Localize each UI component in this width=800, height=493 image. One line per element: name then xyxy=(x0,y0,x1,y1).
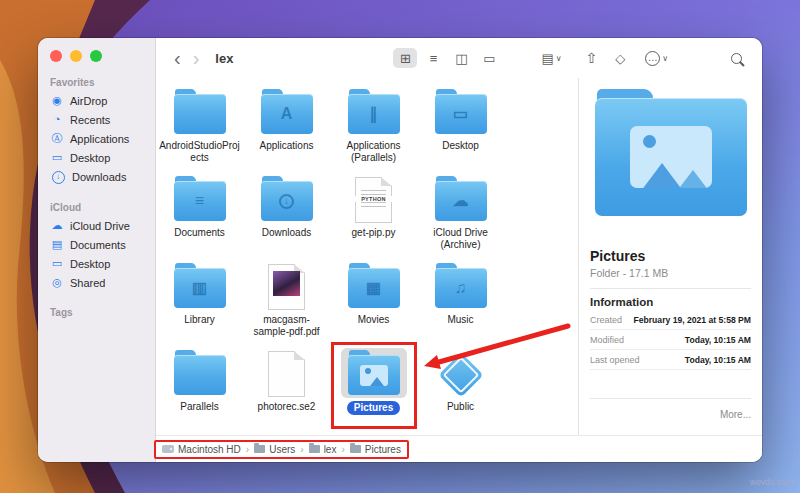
path-item-macintosh-hd[interactable]: Macintosh HD xyxy=(162,444,241,455)
sidebar-item-icloud-drive[interactable]: ☁ iCloud Drive xyxy=(38,216,155,235)
path-item-users[interactable]: Users xyxy=(254,444,295,455)
more-options-button[interactable]: … ∨ xyxy=(645,51,668,66)
file-item-androidstudioprojects[interactable]: AndroidStudioProjects xyxy=(156,84,243,171)
divider xyxy=(590,398,751,399)
information-heading: Information xyxy=(590,296,751,308)
file-label: Applications xyxy=(260,140,314,152)
desktop-folder-icon: ▭ xyxy=(428,87,494,137)
file-label: Library xyxy=(184,314,215,326)
sidebar-item-airdrop[interactable]: ◉ AirDrop xyxy=(38,91,155,110)
file-label-selected: Pictures xyxy=(347,401,400,415)
icloud-drive-icon: ☁ xyxy=(50,220,64,231)
file-item-get-pip-py[interactable]: PYTHON get-pip.py xyxy=(330,171,417,258)
finder-window: Favorites ◉ AirDrop ◔ Recents Ⓐ Applicat… xyxy=(38,38,762,462)
info-value: Today, 10:15 AM xyxy=(685,355,751,365)
folder-icon xyxy=(350,445,361,453)
sidebar-item-shared[interactable]: ◎ Shared xyxy=(38,273,155,292)
file-item-icloud-drive-archive[interactable]: ☁ iCloud Drive (Archive) xyxy=(417,171,504,258)
folder-glyph: ≡ xyxy=(195,193,204,209)
generic-file-icon xyxy=(254,348,320,398)
annotation-box-pathbar: Macintosh HD › Users › lex › Pictures xyxy=(154,440,409,459)
gallery-view-button[interactable]: ▭ xyxy=(477,48,501,68)
path-item-pictures[interactable]: Pictures xyxy=(350,444,401,455)
mountain-shape xyxy=(674,170,712,188)
toolbar: ‹ › lex ⊞ ≡ ◫ ▭ ▤ ∨ ⇧ ◇ … ∨ xyxy=(156,38,762,78)
share-button[interactable]: ⇧ xyxy=(586,50,598,66)
downloads-folder-icon: ↓ xyxy=(254,174,320,224)
path-item-lex[interactable]: lex xyxy=(309,444,337,455)
file-label: get-pip.py xyxy=(352,227,396,239)
preview-title: Pictures xyxy=(590,248,751,264)
download-arrow-icon: ↓ xyxy=(279,194,294,209)
info-label: Created xyxy=(590,315,622,325)
sidebar-item-desktop[interactable]: ▭ Desktop xyxy=(38,148,155,167)
sidebar-item-desktop-icloud[interactable]: ▭ Desktop xyxy=(38,254,155,273)
file-label: Music xyxy=(447,314,473,326)
file-item-photorec-se2[interactable]: photorec.se2 xyxy=(243,345,330,432)
zoom-window-button[interactable] xyxy=(90,50,102,62)
page-fold-icon xyxy=(294,351,305,360)
python-file-icon: PYTHON xyxy=(341,174,407,224)
file-grid: AndroidStudioProjects A Applications ∥ A… xyxy=(156,78,578,435)
chevron-down-icon: ∨ xyxy=(556,54,562,63)
file-item-documents[interactable]: ≡ Documents xyxy=(156,171,243,258)
info-label: Modified xyxy=(590,335,624,345)
file-item-pictures[interactable]: Pictures xyxy=(330,345,417,432)
folder-icon xyxy=(167,87,233,137)
pdf-file-icon xyxy=(254,261,320,311)
downloads-icon: ↓ xyxy=(52,171,65,184)
view-switcher: ⊞ ≡ ◫ ▭ xyxy=(393,48,501,68)
recents-clock-icon: ◔ xyxy=(50,114,64,125)
sidebar-item-recents[interactable]: ◔ Recents xyxy=(38,110,155,129)
file-item-movies[interactable]: ▦ Movies xyxy=(330,258,417,345)
sidebar-item-label: Shared xyxy=(70,277,105,289)
file-item-parallels[interactable]: Parallels xyxy=(156,345,243,432)
file-label: Desktop xyxy=(442,140,479,152)
folder-icon xyxy=(167,348,233,398)
pictures-folder-icon xyxy=(341,348,407,398)
desktop-icon: ▭ xyxy=(50,152,64,163)
file-item-downloads[interactable]: ↓ Downloads xyxy=(243,171,330,258)
file-item-desktop[interactable]: ▭ Desktop xyxy=(417,84,504,171)
file-item-applications[interactable]: A Applications xyxy=(243,84,330,171)
sidebar-item-applications[interactable]: Ⓐ Applications xyxy=(38,129,155,148)
path-bar: Macintosh HD › Users › lex › Pictures xyxy=(156,435,762,462)
close-window-button[interactable] xyxy=(50,50,62,62)
tag-button[interactable]: ◇ xyxy=(615,51,625,66)
sidebar-item-label: AirDrop xyxy=(70,95,107,107)
file-type-badge: PYTHON xyxy=(355,196,392,202)
file-item-music[interactable]: ♫ Music xyxy=(417,258,504,345)
more-link[interactable]: More... xyxy=(720,409,751,420)
forward-button[interactable]: › xyxy=(187,48,206,68)
watermark: wevdo.com xyxy=(750,477,793,487)
list-view-button[interactable]: ≡ xyxy=(421,48,445,68)
photo-icon xyxy=(360,365,388,386)
sidebar-section-tags: Tags xyxy=(50,307,155,318)
divider xyxy=(590,288,751,289)
minimize-window-button[interactable] xyxy=(70,50,82,62)
sidebar-item-documents[interactable]: ▤ Documents xyxy=(38,235,155,254)
preview-pane: Pictures Folder - 17.1 MB Information Cr… xyxy=(578,78,762,435)
applications-icon: Ⓐ xyxy=(50,133,64,144)
column-view-button[interactable]: ◫ xyxy=(449,48,473,68)
file-item-library[interactable]: ▥ Library xyxy=(156,258,243,345)
info-value: Today, 10:15 AM xyxy=(685,335,751,345)
folder-glyph: A xyxy=(281,106,293,122)
movies-folder-icon: ▦ xyxy=(341,261,407,311)
file-item-applications-parallels[interactable]: ∥ Applications (Parallels) xyxy=(330,84,417,171)
page-fold-icon xyxy=(381,177,392,186)
group-icon: ▤ xyxy=(541,51,553,66)
file-label: AndroidStudioProjects xyxy=(159,140,241,164)
back-button[interactable]: ‹ xyxy=(168,48,187,68)
diamond-sign-icon xyxy=(438,352,483,397)
path-separator: › xyxy=(300,444,303,455)
info-row-created: Created February 19, 2021 at 5:58 PM xyxy=(590,310,751,330)
folder-glyph: ▥ xyxy=(192,280,207,296)
sidebar-item-downloads[interactable]: ↓ Downloads xyxy=(38,167,155,187)
icon-view-button[interactable]: ⊞ xyxy=(393,48,417,68)
path-label: Pictures xyxy=(365,444,401,455)
search-button[interactable] xyxy=(731,53,742,64)
group-by-button[interactable]: ▤ ∨ xyxy=(541,51,561,66)
file-item-macgasm-sample-pdf[interactable]: macgasm-sample-pdf.pdf xyxy=(243,258,330,345)
file-item-public[interactable]: Public xyxy=(417,345,504,432)
